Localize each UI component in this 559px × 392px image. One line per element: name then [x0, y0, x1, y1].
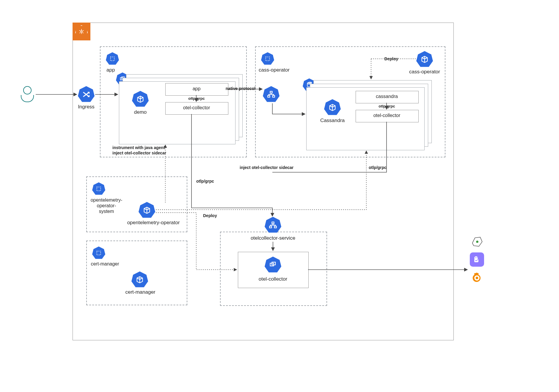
user-icon	[21, 86, 34, 103]
ns-certmgr-label: cert-manager	[83, 261, 127, 267]
container-cass-sidecar-label: otel-collector	[356, 113, 418, 118]
ns-otel-op-label: opentelemetry- operator- system	[86, 197, 127, 214]
grafana-icon	[470, 271, 484, 285]
container-cassandra-label: cassandra	[356, 94, 418, 99]
kubernetes-icon	[73, 23, 90, 40]
svg-rect-10	[97, 187, 101, 191]
edge-instrument: instrument with java agent inject otel-c…	[112, 145, 166, 156]
container-app-sidecar-label: otel-collector	[165, 105, 228, 110]
svg-rect-11	[97, 251, 101, 255]
svg-point-20	[475, 257, 476, 258]
edge-inject-sidecar: inject otel-collector sidecar	[240, 165, 293, 170]
jaeger-icon	[470, 252, 484, 267]
edge-native-protocol: native protocol	[221, 86, 260, 91]
svg-point-17	[476, 241, 478, 243]
svg-point-0	[81, 31, 82, 32]
otel-operator-label: opentelemetry-operator	[121, 220, 186, 226]
edge-oltp-app: oltp/grpc	[165, 96, 228, 101]
pod-cassandra-label: Cassandra	[315, 118, 350, 124]
svg-rect-14	[274, 226, 277, 228]
cass-operator-label: cass-operator	[404, 69, 445, 75]
pod-demo-label: demo	[126, 109, 155, 115]
svg-rect-7	[273, 96, 275, 97]
svg-rect-5	[270, 91, 272, 93]
collector-service-label: otelcollector-service	[243, 235, 303, 241]
svg-rect-6	[268, 96, 270, 97]
ns-cass-label: cass-operator	[259, 67, 290, 73]
opentelemetry-icon	[470, 235, 484, 249]
svg-point-21	[477, 257, 478, 258]
edge-otlp-left: otlp/grpc	[196, 179, 214, 184]
svg-rect-4	[266, 57, 270, 61]
collector-pod-label: otel-collector	[238, 276, 308, 282]
container-app-label: app	[165, 86, 228, 91]
svg-rect-13	[269, 226, 271, 228]
svg-rect-12	[272, 222, 274, 224]
ns-app-label: app	[106, 67, 115, 73]
edge-cass-deploy: Deploy	[382, 56, 401, 61]
certmgr-deploy-label: cert-manager	[120, 289, 161, 295]
svg-rect-1	[111, 57, 114, 61]
edge-otlp-cass: otlp/grpc	[356, 104, 418, 108]
ingress-label: Ingress	[75, 104, 98, 110]
edge-otlp-right: otlp/grpc	[369, 165, 387, 170]
architecture-diagram: Ingress app demo app oltp/grpc otel-coll…	[0, 0, 559, 392]
edge-otel-deploy: Deploy	[202, 213, 218, 218]
